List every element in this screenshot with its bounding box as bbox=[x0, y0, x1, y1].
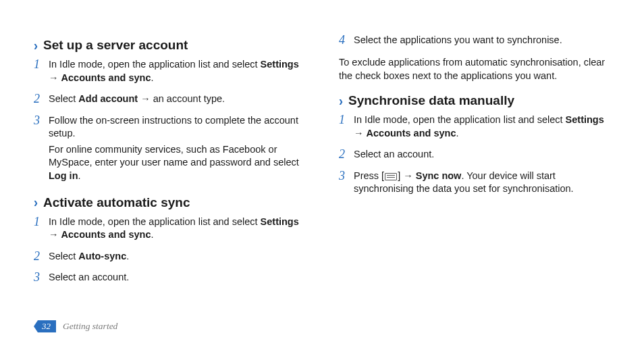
section-title: Synchronise data manually bbox=[348, 93, 514, 108]
bold-text: Add account bbox=[78, 93, 138, 104]
step-row: 2 Select an account. bbox=[339, 148, 610, 164]
text: . bbox=[151, 72, 153, 83]
footer-label: Getting started bbox=[63, 321, 117, 332]
section-title: Set up a server account bbox=[43, 38, 188, 53]
section-header-auto-sync: › Activate automatic sync bbox=[34, 195, 305, 210]
step-body: Select the applications you want to sync… bbox=[354, 34, 610, 50]
step-body: In Idle mode, open the application list … bbox=[49, 216, 305, 245]
section-title: Activate automatic sync bbox=[43, 195, 190, 210]
text: Select the applications you want to sync… bbox=[354, 34, 562, 45]
chevron-right-icon: › bbox=[34, 37, 38, 53]
arrow: → bbox=[49, 229, 61, 240]
step-number: 3 bbox=[34, 271, 49, 284]
text: . bbox=[456, 128, 458, 139]
page-number: 32 bbox=[34, 320, 56, 332]
menu-button-icon bbox=[385, 173, 397, 180]
step-number: 3 bbox=[339, 170, 354, 183]
text: Select an account. bbox=[49, 272, 129, 282]
arrow: → bbox=[354, 128, 367, 139]
step-number: 1 bbox=[34, 58, 49, 72]
text: For online community services, such as F… bbox=[49, 144, 299, 168]
text: In Idle mode, open the application list … bbox=[354, 114, 566, 125]
text: Press [ bbox=[354, 170, 384, 181]
step-row: 1 In Idle mode, open the application lis… bbox=[34, 216, 305, 245]
text: Select an account. bbox=[354, 149, 434, 159]
step-row: 1 In Idle mode, open the application lis… bbox=[34, 58, 305, 87]
step-body: In Idle mode, open the application list … bbox=[354, 114, 610, 143]
note-text: To exclude applications from automatic s… bbox=[339, 55, 610, 83]
text: Follow the on-screen instructions to com… bbox=[49, 115, 298, 139]
bold-text: Sync now bbox=[416, 170, 462, 181]
text: Select bbox=[49, 251, 78, 261]
step-body: In Idle mode, open the application list … bbox=[49, 58, 305, 87]
arrow: → bbox=[49, 72, 61, 83]
bold-text: Settings bbox=[566, 114, 604, 125]
section-header-sync-manually: › Synchronise data manually bbox=[339, 93, 610, 108]
chevron-right-icon: › bbox=[339, 93, 343, 109]
text: In Idle mode, open the application list … bbox=[49, 216, 261, 227]
step-body: Select an account. bbox=[49, 271, 305, 287]
step-body: Select Add account → an account type. bbox=[49, 93, 305, 109]
step-row: 3 Select an account. bbox=[34, 271, 305, 287]
step-number: 2 bbox=[339, 148, 354, 161]
bold-text: Accounts and sync bbox=[61, 229, 151, 240]
page-footer: 32 Getting started bbox=[34, 320, 117, 332]
step-number: 4 bbox=[339, 34, 354, 47]
manual-page: › Set up a server account 1 In Idle mode… bbox=[0, 0, 644, 350]
step-body: Follow the on-screen instructions to com… bbox=[49, 114, 305, 186]
text: Select bbox=[49, 93, 78, 104]
step-row: 2 Select Add account → an account type. bbox=[34, 93, 305, 109]
text: . bbox=[126, 251, 129, 261]
step-row: 1 In Idle mode, open the application lis… bbox=[339, 114, 610, 143]
left-column: › Set up a server account 1 In Idle mode… bbox=[34, 34, 305, 336]
bold-text: Log in bbox=[49, 170, 78, 181]
step-number: 1 bbox=[34, 216, 49, 229]
text: . bbox=[78, 170, 81, 181]
step-body: Select an account. bbox=[354, 148, 610, 164]
step-number: 2 bbox=[34, 250, 49, 264]
text: ] → bbox=[398, 170, 416, 181]
bold-text: Settings bbox=[261, 216, 299, 227]
step-body: Select Auto-sync. bbox=[49, 250, 305, 266]
step-row: 3 Press [] → Sync now. Your device will … bbox=[339, 170, 610, 199]
bold-text: Accounts and sync bbox=[61, 72, 151, 83]
step-number: 3 bbox=[34, 114, 49, 128]
right-column: 4 Select the applications you want to sy… bbox=[339, 34, 610, 336]
text: . bbox=[151, 229, 153, 240]
section-header-server-account: › Set up a server account bbox=[34, 38, 305, 53]
step-number: 1 bbox=[339, 114, 354, 127]
bold-text: Settings bbox=[261, 59, 299, 70]
step-row: 4 Select the applications you want to sy… bbox=[339, 34, 610, 50]
text: → an account type. bbox=[138, 93, 225, 104]
bold-text: Accounts and sync bbox=[367, 128, 456, 139]
step-row: 2 Select Auto-sync. bbox=[34, 250, 305, 266]
text: In Idle mode, open the application list … bbox=[49, 59, 261, 70]
step-row: 3 Follow the on-screen instructions to c… bbox=[34, 114, 305, 186]
bold-text: Auto-sync bbox=[78, 251, 126, 261]
step-number: 2 bbox=[34, 93, 49, 106]
step-body: Press [] → Sync now. Your device will st… bbox=[354, 170, 610, 199]
chevron-right-icon: › bbox=[34, 195, 38, 210]
